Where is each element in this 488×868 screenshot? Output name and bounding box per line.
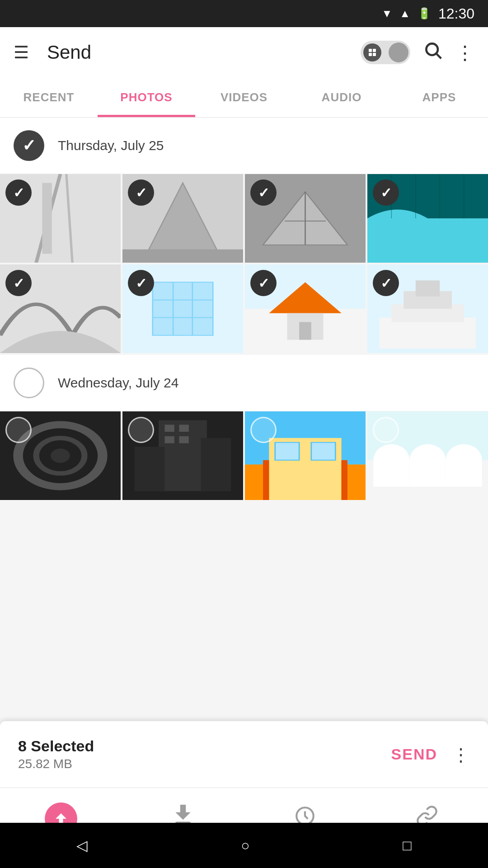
tab-photos[interactable]: PHOTOS: [98, 78, 195, 117]
app-bar: ☰ Send ⋮: [0, 27, 488, 78]
svg-line-5: [436, 54, 441, 58]
search-button[interactable]: [423, 40, 443, 65]
tab-apps[interactable]: APPS: [390, 78, 488, 117]
photo-item[interactable]: [0, 411, 121, 500]
section-select-jul25[interactable]: ✓: [14, 130, 44, 161]
svg-rect-58: [342, 460, 347, 500]
svg-rect-55: [275, 443, 299, 460]
svg-rect-57: [263, 460, 269, 500]
svg-rect-0: [369, 49, 372, 52]
date-section-jul25: ✓ Thursday, July 25: [0, 118, 488, 174]
svg-rect-36: [380, 318, 476, 349]
photo-item[interactable]: [367, 411, 488, 500]
svg-rect-62: [373, 460, 409, 487]
svg-rect-51: [179, 436, 188, 443]
wifi-icon: ▼: [381, 7, 392, 20]
svg-rect-64: [409, 460, 446, 487]
selection-bar: 8 Selected 25.82 MB SEND ⋮: [0, 721, 488, 788]
tab-videos[interactable]: VIDEOS: [195, 78, 293, 117]
photo-check-3[interactable]: ✓: [250, 179, 277, 206]
svg-rect-49: [179, 425, 188, 432]
photo-grid-jul24: [0, 411, 488, 500]
date-label-jul24: Wednesday, July 24: [58, 375, 178, 391]
tabs-bar: RECENT PHOTOS VIDEOS AUDIO APPS: [0, 78, 488, 118]
photo-item[interactable]: ✓: [122, 174, 243, 263]
svg-rect-3: [373, 53, 376, 56]
svg-rect-46: [135, 447, 165, 491]
more-options-button[interactable]: ⋮: [455, 42, 474, 64]
date-section-jul24: Wednesday, July 24: [0, 355, 488, 411]
svg-point-43: [51, 448, 70, 462]
photo-check-4[interactable]: ✓: [373, 179, 399, 206]
photo-check-9[interactable]: [5, 417, 32, 443]
home-button[interactable]: ○: [241, 837, 249, 854]
photo-item[interactable]: ✓: [245, 264, 366, 353]
section-select-jul24[interactable]: [14, 368, 44, 398]
photo-grid-jul25-row1: ✓ ✓ ✓: [0, 174, 488, 263]
photo-item[interactable]: ✓: [367, 264, 488, 353]
photo-item[interactable]: ✓: [0, 264, 121, 353]
photo-item[interactable]: [245, 411, 366, 500]
photo-check-11[interactable]: [250, 417, 277, 443]
page-title: Send: [47, 42, 347, 63]
status-time: 12:30: [438, 5, 474, 22]
svg-rect-66: [446, 460, 482, 487]
menu-icon[interactable]: ☰: [14, 44, 29, 61]
photo-check-2[interactable]: ✓: [128, 179, 154, 206]
photo-check-7[interactable]: ✓: [250, 270, 277, 296]
photo-grid-jul25-row2: ✓ ✓: [0, 264, 488, 353]
photo-item[interactable]: ✓: [367, 174, 488, 263]
signal-icon: ▲: [399, 7, 410, 20]
svg-rect-56: [311, 443, 335, 460]
status-icons: ▼ ▲ 🔋 12:30: [381, 5, 474, 22]
photo-item[interactable]: ✓: [0, 174, 121, 263]
svg-rect-50: [164, 436, 174, 443]
recents-button[interactable]: □: [403, 837, 411, 854]
selected-info: 8 Selected 25.82 MB: [18, 737, 391, 771]
selected-count: 8 Selected: [18, 737, 391, 755]
check-icon: ✓: [22, 136, 36, 155]
photo-check-12[interactable]: [373, 417, 399, 443]
photo-check-5[interactable]: ✓: [5, 270, 32, 296]
svg-rect-9: [42, 183, 52, 254]
send-button[interactable]: SEND: [391, 745, 437, 763]
wifi-direct-icon: [363, 43, 381, 61]
svg-rect-2: [369, 53, 372, 56]
svg-rect-47: [201, 438, 231, 491]
svg-rect-39: [416, 280, 440, 296]
photo-check-6[interactable]: ✓: [128, 270, 154, 296]
app-bar-actions: ⋮: [361, 40, 474, 65]
tab-audio[interactable]: AUDIO: [293, 78, 390, 117]
battery-icon: 🔋: [418, 7, 431, 20]
photo-check-1[interactable]: ✓: [5, 179, 32, 206]
status-bar: ▼ ▲ 🔋 12:30: [0, 0, 488, 27]
photo-check-10[interactable]: [128, 417, 154, 443]
date-label-jul25: Thursday, July 25: [58, 138, 164, 153]
photo-content: ✓ Thursday, July 25 ✓ ✓: [0, 118, 488, 500]
selected-size: 25.82 MB: [18, 757, 391, 771]
system-nav-bar: ◁ ○ □: [0, 823, 488, 868]
tab-recent[interactable]: RECENT: [0, 78, 98, 117]
svg-rect-34: [299, 322, 311, 340]
toggle-knob: [389, 42, 408, 62]
svg-rect-12: [122, 250, 243, 263]
photo-check-8[interactable]: ✓: [373, 270, 399, 296]
svg-rect-48: [164, 425, 174, 432]
photo-item[interactable]: ✓: [122, 264, 243, 353]
more-options-send-button[interactable]: ⋮: [452, 744, 470, 765]
svg-point-4: [426, 43, 438, 55]
photo-item[interactable]: ✓: [245, 174, 366, 263]
back-button[interactable]: ◁: [76, 837, 88, 854]
photo-item[interactable]: [122, 411, 243, 500]
svg-rect-1: [373, 49, 376, 52]
svg-rect-25: [153, 282, 213, 335]
wifi-direct-toggle[interactable]: [361, 41, 410, 64]
